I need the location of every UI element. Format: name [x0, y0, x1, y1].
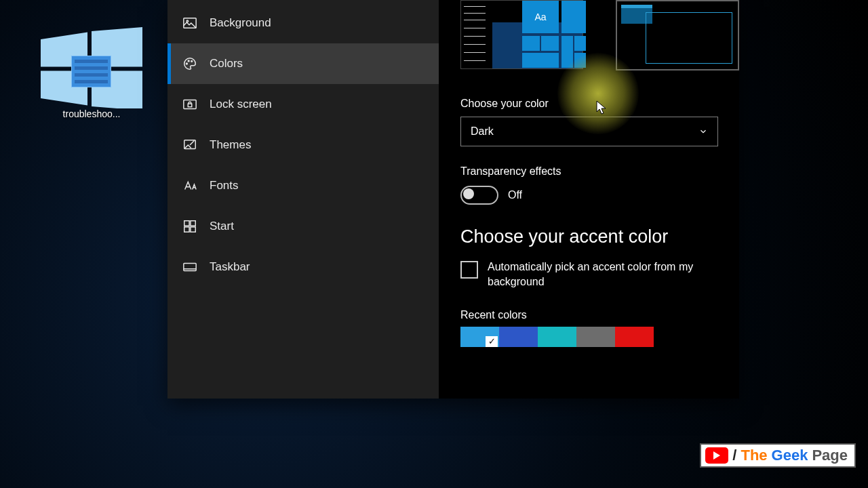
svg-rect-13 — [191, 221, 195, 226]
preview-list-icon — [461, 1, 492, 68]
sidebar-item-label: Themes — [210, 138, 251, 152]
youtube-icon — [705, 447, 728, 464]
sidebar-item-label: Colors — [210, 57, 243, 70]
svg-rect-16 — [184, 264, 196, 271]
watermark-word3: Page — [812, 447, 848, 464]
sidebar-item-label: Lock screen — [210, 98, 272, 111]
sidebar-item-fonts[interactable]: Fonts — [167, 165, 439, 206]
color-swatch[interactable] — [460, 327, 499, 347]
color-swatch[interactable] — [576, 327, 615, 347]
fonts-icon — [182, 178, 197, 193]
transparency-state: Off — [508, 189, 522, 201]
sidebar-item-background[interactable]: Background — [167, 3, 439, 43]
toggle-knob-icon — [463, 188, 474, 199]
settings-content: Aa Choose your color — [439, 0, 739, 399]
sidebar-item-label: Start — [210, 220, 234, 233]
svg-point-7 — [188, 60, 189, 62]
colors-icon — [182, 56, 197, 71]
channel-watermark: / The Geek Page — [700, 443, 856, 468]
background-icon — [182, 16, 197, 30]
color-mode-dropdown[interactable]: Dark — [460, 117, 718, 146]
transparency-label: Transparency effects — [460, 165, 739, 178]
desktop-shortcut-troubleshoot[interactable]: troubleshoo... — [37, 27, 146, 119]
color-swatch[interactable] — [499, 327, 538, 347]
watermark-word2: Geek — [772, 447, 808, 464]
color-preview-row: Aa — [460, 0, 739, 70]
sidebar-item-start[interactable]: Start — [167, 206, 439, 247]
sidebar-item-taskbar[interactable]: Taskbar — [167, 247, 439, 287]
preview-light-mode[interactable]: Aa — [460, 0, 583, 69]
sidebar-item-lockscreen[interactable]: Lock screen — [167, 84, 439, 125]
color-swatch[interactable] — [615, 327, 654, 347]
taskbar-icon — [182, 260, 197, 274]
svg-rect-14 — [184, 227, 189, 232]
auto-accent-checkbox[interactable] — [460, 261, 478, 279]
shortcut-thumb-icon — [71, 56, 111, 87]
lock-screen-icon — [182, 97, 197, 112]
preview-dark-mode[interactable] — [616, 0, 740, 70]
chevron-down-icon — [698, 127, 708, 136]
sidebar-item-colors[interactable]: Colors — [167, 43, 439, 84]
svg-rect-10 — [188, 104, 192, 107]
svg-point-5 — [186, 20, 189, 22]
choose-color-label: Choose your color — [460, 98, 739, 110]
svg-point-6 — [186, 63, 188, 64]
sidebar-item-label: Taskbar — [210, 260, 250, 274]
start-icon — [182, 219, 197, 234]
svg-rect-9 — [184, 100, 196, 109]
color-swatch[interactable] — [538, 327, 576, 347]
sidebar-item-label: Background — [210, 16, 271, 30]
windows-logo-icon — [41, 27, 142, 108]
svg-rect-12 — [184, 221, 189, 226]
preview-dark-frame — [646, 12, 733, 64]
settings-window: Background Colors Lock screen Themes — [167, 0, 739, 399]
dropdown-value: Dark — [471, 125, 494, 138]
accent-color-heading: Choose your accent color — [460, 226, 739, 247]
svg-rect-15 — [191, 227, 195, 232]
watermark-word1: The — [741, 447, 767, 464]
desktop: troubleshoo... Background Colors Lock — [0, 0, 868, 488]
transparency-toggle[interactable] — [460, 186, 498, 205]
desktop-shortcut-label: troubleshoo... — [51, 108, 132, 119]
preview-tile-aa: Aa — [522, 1, 559, 33]
sidebar-item-themes[interactable]: Themes — [167, 125, 439, 165]
settings-sidebar: Background Colors Lock screen Themes — [167, 0, 439, 399]
sidebar-item-label: Fonts — [210, 179, 239, 192]
watermark-slash: / — [732, 447, 736, 464]
recent-colors-label: Recent colors — [460, 309, 739, 321]
auto-accent-label: Automatically pick an accent color from … — [488, 260, 725, 290]
recent-colors-row — [460, 327, 739, 347]
themes-icon — [182, 138, 197, 152]
svg-point-8 — [191, 60, 193, 62]
